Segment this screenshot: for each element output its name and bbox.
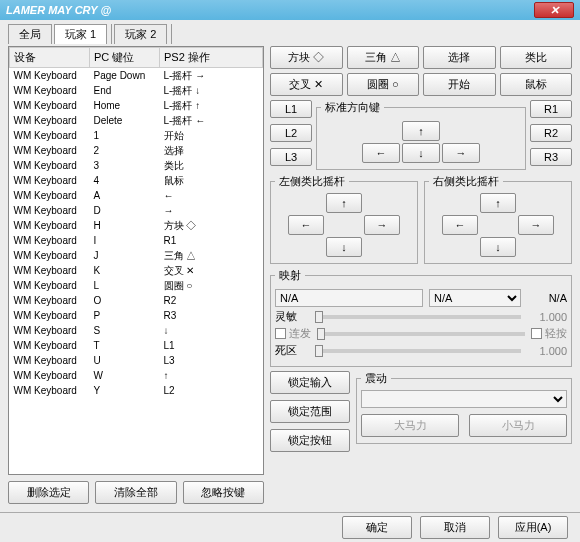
table-row[interactable]: WM KeyboardPage DownL-摇杆 →	[10, 68, 263, 84]
cancel-button[interactable]: 取消	[420, 516, 490, 539]
arrow-left-icon: ←	[455, 219, 466, 231]
arrow-up-icon: ↑	[495, 197, 501, 209]
right-stick-legend: 右侧类比摇杆	[429, 174, 503, 189]
r3-button[interactable]: R3	[530, 148, 572, 166]
table-row[interactable]: WM KeyboardPR3	[10, 308, 263, 323]
table-row[interactable]: WM KeyboardUL3	[10, 353, 263, 368]
mouse-button[interactable]: 鼠标	[500, 73, 573, 96]
rstick-down-button[interactable]: ↓	[480, 237, 516, 257]
table-row[interactable]: WM Keyboard1开始	[10, 128, 263, 143]
vibration-legend: 震动	[361, 371, 391, 386]
left-stick-legend: 左侧类比摇杆	[275, 174, 349, 189]
ignore-key-button[interactable]: 忽略按键	[183, 481, 264, 504]
tab-separator	[171, 24, 172, 44]
lstick-right-button[interactable]: →	[364, 215, 400, 235]
ok-button[interactable]: 确定	[342, 516, 412, 539]
analog-button[interactable]: 类比	[500, 46, 573, 69]
table-row[interactable]: WM KeyboardA←	[10, 188, 263, 203]
window-title: LAMER MAY CRY @	[6, 4, 111, 16]
vibration-group: 震动 大马力 小马力	[356, 371, 572, 444]
sensitivity-label: 灵敏	[275, 309, 309, 324]
col-ps2op[interactable]: PS2 操作	[160, 48, 263, 68]
select-button[interactable]: 选择	[423, 46, 496, 69]
dpad-down-button[interactable]: ↓	[402, 143, 440, 163]
table-row[interactable]: WM KeyboardH方块 ◇	[10, 218, 263, 233]
close-button[interactable]: ✕	[534, 2, 574, 18]
burst-checkbox[interactable]: 连发	[275, 326, 311, 341]
arrow-left-icon: ←	[301, 219, 312, 231]
l2-button[interactable]: L2	[270, 124, 312, 142]
rstick-left-button[interactable]: ←	[442, 215, 478, 235]
table-row[interactable]: WM Keyboard2选择	[10, 143, 263, 158]
tab-global[interactable]: 全局	[8, 24, 52, 44]
arrow-down-icon: ↓	[341, 241, 347, 253]
square-button[interactable]: 方块 ◇	[270, 46, 343, 69]
apply-button[interactable]: 应用(A)	[498, 516, 568, 539]
light-checkbox[interactable]: 轻按	[531, 326, 567, 341]
big-motor-button[interactable]: 大马力	[361, 414, 459, 437]
arrow-right-icon: →	[377, 219, 388, 231]
circle-button[interactable]: 圆圈 ○	[347, 73, 420, 96]
lstick-left-button[interactable]: ←	[288, 215, 324, 235]
r1-button[interactable]: R1	[530, 100, 572, 118]
table-row[interactable]: WM KeyboardJ三角 △	[10, 248, 263, 263]
lock-input-button[interactable]: 锁定输入	[270, 371, 350, 394]
table-row[interactable]: WM KeyboardS↓	[10, 323, 263, 338]
dpad-right-button[interactable]: →	[442, 143, 480, 163]
sensitivity-slider[interactable]	[315, 315, 521, 319]
table-row[interactable]: WM KeyboardYL2	[10, 383, 263, 398]
table-row[interactable]: WM KeyboardDeleteL-摇杆 ←	[10, 113, 263, 128]
arrow-down-icon: ↓	[418, 147, 424, 159]
dpad-up-button[interactable]: ↑	[402, 121, 440, 141]
l3-button[interactable]: L3	[270, 148, 312, 166]
table-row[interactable]: WM KeyboardD→	[10, 203, 263, 218]
left-stick-group: 左侧类比摇杆 ↑ ←→ ↓	[270, 174, 418, 264]
col-device[interactable]: 设备	[10, 48, 90, 68]
small-motor-button[interactable]: 小马力	[469, 414, 567, 437]
clear-all-button[interactable]: 清除全部	[95, 481, 176, 504]
lstick-down-button[interactable]: ↓	[326, 237, 362, 257]
map-na-label: N/A	[527, 292, 567, 304]
r2-button[interactable]: R2	[530, 124, 572, 142]
deadzone-slider[interactable]	[315, 349, 521, 353]
cross-button[interactable]: 交叉 ✕	[270, 73, 343, 96]
lstick-up-button[interactable]: ↑	[326, 193, 362, 213]
start-button[interactable]: 开始	[423, 73, 496, 96]
lock-range-button[interactable]: 锁定范围	[270, 400, 350, 423]
table-row[interactable]: WM KeyboardK交叉 ✕	[10, 263, 263, 278]
tab-player1[interactable]: 玩家 1	[54, 24, 107, 44]
dpad-group: 标准方向键 ↑ ← ↓ →	[316, 100, 526, 170]
table-row[interactable]: WM KeyboardL圆圈 ○	[10, 278, 263, 293]
dpad-left-button[interactable]: ←	[362, 143, 400, 163]
table-row[interactable]: WM KeyboardOR2	[10, 293, 263, 308]
table-row[interactable]: WM KeyboardEndL-摇杆 ↓	[10, 83, 263, 98]
map-select[interactable]: N/A	[429, 289, 521, 307]
tab-player2[interactable]: 玩家 2	[114, 24, 167, 44]
rstick-right-button[interactable]: →	[518, 215, 554, 235]
close-icon: ✕	[550, 4, 559, 17]
tab-separator	[111, 24, 112, 44]
map-field1[interactable]	[275, 289, 423, 307]
table-row[interactable]: WM KeyboardIR1	[10, 233, 263, 248]
footer: 确定 取消 应用(A)	[0, 512, 580, 542]
col-pckey[interactable]: PC 键位	[90, 48, 160, 68]
triangle-button[interactable]: 三角 △	[347, 46, 420, 69]
vibration-select[interactable]	[361, 390, 567, 408]
table-row[interactable]: WM KeyboardW↑	[10, 368, 263, 383]
arrow-up-icon: ↑	[418, 125, 424, 137]
table-row[interactable]: WM Keyboard3类比	[10, 158, 263, 173]
burst-slider[interactable]	[317, 332, 525, 336]
deadzone-value: 1.000	[527, 345, 567, 357]
tab-bar: 全局 玩家 1 玩家 2	[8, 24, 572, 44]
arrow-down-icon: ↓	[495, 241, 501, 253]
bindings-table[interactable]: 设备 PC 键位 PS2 操作 WM KeyboardPage DownL-摇杆…	[8, 46, 264, 475]
rstick-up-button[interactable]: ↑	[480, 193, 516, 213]
l1-button[interactable]: L1	[270, 100, 312, 118]
table-row[interactable]: WM Keyboard4鼠标	[10, 173, 263, 188]
delete-selected-button[interactable]: 删除选定	[8, 481, 89, 504]
lock-button-button[interactable]: 锁定按钮	[270, 429, 350, 452]
table-row[interactable]: WM KeyboardHomeL-摇杆 ↑	[10, 98, 263, 113]
table-row[interactable]: WM KeyboardTL1	[10, 338, 263, 353]
sensitivity-value: 1.000	[527, 311, 567, 323]
titlebar: LAMER MAY CRY @ ✕	[0, 0, 580, 20]
